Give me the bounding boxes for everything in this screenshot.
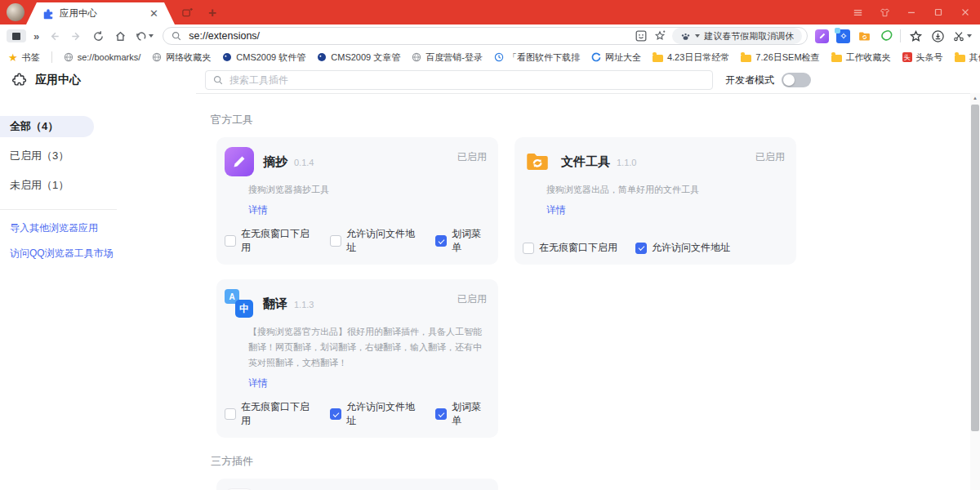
status-badge: 已启用 — [457, 150, 487, 164]
download-icon[interactable] — [930, 29, 945, 43]
blue-gear-extension-icon[interactable] — [836, 29, 850, 43]
checkbox[interactable] — [225, 235, 236, 247]
import-browser-apps-link[interactable]: 导入其他浏览器应用 — [0, 221, 196, 235]
forward-icon[interactable] — [69, 29, 83, 43]
caret-down-icon — [149, 34, 154, 38]
folder-icon — [653, 55, 663, 62]
bookmark-label: 「看图软件下载排 — [508, 51, 580, 64]
bookmark-item[interactable]: 其他 — [955, 51, 980, 64]
extension-card-thunder: 迅雷下载支持 3.52.9 迅雷下载支持 详情 — [216, 479, 498, 490]
collect-star-icon[interactable] — [653, 29, 666, 42]
close-window-icon[interactable] — [956, 3, 975, 21]
sogou-icon — [591, 52, 601, 62]
minimize-icon[interactable] — [902, 3, 921, 21]
globe-icon — [152, 52, 162, 62]
screenshot-scissors-button[interactable] — [952, 29, 972, 42]
bookmark-item[interactable]: CMS2009 软件管 — [222, 51, 305, 64]
browser-window: 应用中心 ✕ + — [0, 0, 980, 490]
checkbox[interactable] — [523, 243, 534, 254]
option-file-access[interactable]: 允许访问文件地址 — [330, 400, 417, 428]
extension-description: 搜狗浏览器摘抄工具 — [248, 182, 483, 198]
window-controls — [848, 0, 975, 24]
maximize-icon[interactable] — [929, 3, 948, 21]
address-bar[interactable]: 建议春节假期取消调休 — [163, 27, 808, 45]
sidebar-filter-enabled[interactable]: 已启用（3） — [0, 145, 196, 167]
extension-version: 0.1.4 — [294, 158, 314, 167]
bookmark-item[interactable]: 头 头条号 — [902, 51, 943, 64]
bookmark-item[interactable]: 「看图软件下载排 — [494, 51, 580, 64]
hot-search-pill[interactable]: 建议春节假期取消调休 — [672, 28, 802, 44]
option-incognito[interactable]: 在无痕窗口下启用 — [225, 227, 312, 255]
menu-icon[interactable] — [848, 3, 867, 21]
puzzle-outline-icon — [11, 72, 28, 88]
file-tool-extension-icon[interactable] — [858, 29, 871, 43]
new-tab-button[interactable]: + — [208, 6, 216, 20]
caret-down-icon — [967, 34, 972, 38]
detail-link[interactable]: 详情 — [248, 203, 487, 217]
plugin-search-box[interactable] — [205, 70, 713, 90]
bookmark-item[interactable]: 工作收藏夹 — [831, 51, 891, 64]
dev-mode-toggle[interactable] — [782, 73, 811, 87]
plugin-search-input[interactable] — [228, 74, 705, 87]
scrollbar-up-arrow[interactable]: ▲ — [970, 93, 980, 103]
detail-link[interactable]: 详情 — [546, 203, 785, 217]
checkbox[interactable] — [330, 408, 341, 420]
page-title: 应用中心 — [35, 73, 81, 87]
bookmark-label: CMS2009 文章管 — [331, 51, 400, 64]
checkbox[interactable] — [330, 235, 341, 247]
bookmarks-root[interactable]: ★ 书签 — [8, 51, 40, 64]
bookmark-label: 百度营销-登录 — [425, 51, 483, 64]
option-label: 在无痕窗口下启用 — [539, 241, 617, 255]
checkbox[interactable] — [435, 235, 447, 247]
tab-close-icon[interactable]: ✕ — [149, 8, 158, 19]
bookmark-item[interactable]: 网址大全 — [591, 51, 641, 64]
bookmark-label: 书签 — [22, 51, 40, 64]
bookmark-item[interactable]: 4.23日日常经常 — [653, 51, 729, 64]
option-label: 允许访问文件地址 — [346, 227, 417, 255]
detail-link[interactable]: 详情 — [248, 376, 487, 390]
page-scrollbar[interactable]: ▲ — [970, 93, 980, 490]
option-incognito[interactable]: 在无痕窗口下启用 — [225, 400, 312, 428]
option-file-access[interactable]: 允许访问文件地址 — [635, 241, 730, 255]
sidebar-filter-disabled[interactable]: 未启用（1） — [0, 175, 196, 196]
excerpt-extension-icon[interactable] — [815, 29, 829, 43]
green-extension-icon[interactable] — [879, 29, 893, 43]
extension-name: 文件工具 — [561, 154, 610, 170]
bookmark-item[interactable]: 7.26日SEM检查 — [741, 51, 819, 64]
extension-name: 翻译 — [263, 296, 287, 312]
recently-closed-icon[interactable] — [181, 7, 194, 19]
star-icon: ★ — [8, 52, 18, 63]
undo-history-button[interactable] — [135, 30, 154, 42]
scrollbar-thumb[interactable] — [971, 105, 979, 431]
bookmark-item[interactable]: se://bookmarks/ — [64, 52, 141, 62]
favorites-star-icon[interactable] — [908, 29, 923, 43]
option-word-menu[interactable]: 划词菜单 — [435, 227, 487, 255]
option-word-menu[interactable]: 划词菜单 — [435, 400, 487, 428]
checkbox[interactable] — [635, 243, 647, 254]
tab-app-center[interactable]: 应用中心 ✕ — [26, 2, 175, 24]
sidebar-filter-all[interactable]: 全部（4） — [0, 116, 94, 137]
user-avatar[interactable] — [7, 3, 24, 21]
back-icon[interactable] — [47, 29, 61, 43]
cms-icon — [222, 52, 232, 62]
bookmark-item[interactable]: 百度营销-登录 — [412, 51, 483, 64]
main-content: 官方工具 摘抄 0.1.4 已启用 搜狗浏览器摘抄工具 详情 — [196, 93, 970, 490]
reload-icon[interactable] — [91, 29, 105, 43]
bookmark-item[interactable]: CMS2009 文章管 — [317, 51, 400, 64]
theme-shirt-icon[interactable] — [875, 3, 894, 21]
checkbox[interactable] — [435, 408, 447, 420]
url-input[interactable] — [187, 29, 629, 42]
home-icon[interactable] — [113, 29, 127, 43]
bookmark-item[interactable]: 网络收藏夹 — [152, 51, 211, 64]
option-file-access[interactable]: 允许访问文件地址 — [330, 227, 417, 255]
hot-search-text: 建议春节假期取消调休 — [704, 30, 794, 42]
double-chevron-icon[interactable]: » — [33, 30, 39, 42]
qq-browser-market-link[interactable]: 访问QQ浏览器工具市场 — [0, 247, 196, 261]
option-label: 划词菜单 — [452, 400, 487, 428]
sidebar-panel-button[interactable] — [7, 29, 26, 42]
folder-icon — [955, 55, 965, 62]
sidebar-divider — [0, 209, 117, 210]
option-incognito[interactable]: 在无痕窗口下启用 — [523, 241, 617, 255]
checkbox[interactable] — [225, 408, 236, 420]
smiley-page-icon[interactable] — [635, 29, 648, 42]
